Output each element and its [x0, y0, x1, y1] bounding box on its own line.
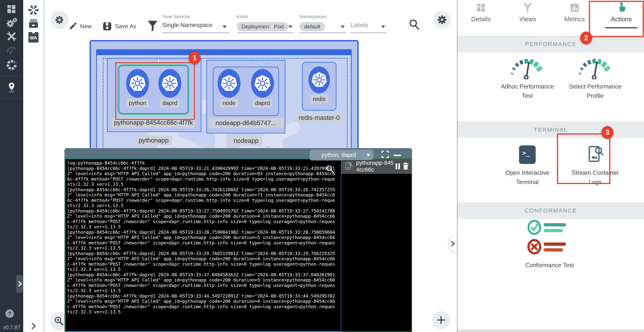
chevron-down-icon	[366, 154, 370, 156]
filter-funnel-icon	[147, 20, 158, 32]
views-branch-icon	[523, 2, 532, 12]
pod-name-label: nodeapp-d64b5747...	[208, 118, 284, 128]
action-label: Open Interactive Terminal	[498, 168, 557, 187]
action-open-interactive-terminal[interactable]: >_ Open Interactive Terminal	[498, 145, 557, 190]
node-box-titlebar	[97, 50, 351, 55]
sidebar-item-conformance[interactable]	[6, 59, 18, 71]
settings-button[interactable]	[433, 11, 451, 29]
action-label: Adhoc Performance Test	[498, 82, 557, 100]
strip-expand-chevron[interactable]	[30, 322, 37, 330]
details-grid-icon	[476, 3, 486, 12]
search-button[interactable]	[408, 18, 420, 30]
trash-icon[interactable]	[402, 162, 409, 170]
tools-icon	[6, 31, 17, 42]
annotation-rect-1	[115, 62, 195, 120]
fullscreen-icon[interactable]	[381, 150, 389, 158]
kinds-dropdown[interactable]: Deployment Pod	[237, 22, 294, 32]
view-selector-dropdown[interactable]: Single Namespace	[162, 22, 230, 32]
save-as-button[interactable]: Save As	[102, 20, 136, 32]
terminal-container-selector[interactable]: python, daprd	[310, 150, 373, 161]
tab-views[interactable]: Views	[504, 0, 551, 36]
wasm-button[interactable]: WA	[28, 32, 38, 42]
new-button[interactable]: New	[68, 20, 92, 32]
sidebar-item-dashboard[interactable]	[6, 3, 18, 15]
help-button[interactable]: ?	[6, 309, 14, 318]
terminal-prompt-icon: >_	[519, 145, 536, 164]
panel-collapse-handle[interactable]	[449, 235, 457, 253]
container-label: redis	[310, 94, 328, 103]
action-conformance-test[interactable]: Conformance Test	[520, 220, 578, 270]
kinds-underline	[237, 32, 294, 33]
section-header-performance: PERFORMANCE	[458, 36, 644, 52]
terminal-log-pane[interactable]: log:pythonapp-8454cc66c-4f7fk [pythonapp…	[65, 159, 342, 332]
right-panel: Details Views Metrics Actions 2 PERFORMA…	[457, 0, 644, 332]
annotation-rect-3	[557, 133, 610, 184]
tab-views-label: Views	[504, 15, 551, 23]
log-header-line: log:pythonapp-8454cc66c-4f7fk	[67, 160, 335, 166]
mesh-flower-icon	[55, 15, 64, 24]
tab-details[interactable]: Details	[458, 0, 504, 36]
stream-tab-name: pythonapp-8454cc66c	[356, 160, 394, 173]
action-label: Select Performance Profile	[566, 82, 625, 100]
annotation-badge-3: 3	[602, 126, 614, 139]
container-node-icon[interactable]	[217, 68, 242, 98]
sidebar-item-settings[interactable]	[5, 17, 18, 29]
left-sidebar: ? v0.7.87	[0, 0, 23, 332]
sidebar-expand-handle[interactable]	[16, 275, 24, 293]
deployment-name-label: pythonapp	[135, 135, 172, 145]
components-button[interactable]	[28, 18, 38, 29]
sidebar-item-tools[interactable]	[6, 30, 18, 42]
filter-button[interactable]	[147, 20, 158, 32]
namespaces-dropdown[interactable]: default	[300, 22, 346, 32]
labels-placeholder: Labels	[350, 22, 368, 28]
performance-gauge-icon	[509, 56, 546, 79]
terminal-stream-pane: pythonapp-8454cc66c	[342, 159, 412, 332]
conformance-checklist-icon	[527, 220, 572, 256]
mesh-menu-button[interactable]	[50, 11, 68, 29]
log-file-icon	[344, 162, 354, 171]
log-entry: [pythonapp-8454cc66c-4f7fk:daprd] 2024-0…	[67, 166, 335, 187]
dashboard-grid-icon	[6, 4, 17, 14]
labels-dropdown[interactable]: Labels	[350, 22, 386, 32]
sidebar-divider	[0, 76, 23, 77]
annotation-rect-2	[589, 1, 644, 37]
container-daprd2-icon[interactable]	[250, 68, 275, 98]
view-selector-underline	[162, 32, 230, 33]
plus-icon	[436, 316, 446, 325]
container-label: node	[220, 99, 238, 107]
action-select-performance-profile[interactable]: Select Performance Profile	[566, 56, 625, 104]
terminal-body: log:pythonapp-8454cc66c-4f7fk [pythonapp…	[64, 158, 412, 332]
sidebar-divider	[0, 98, 23, 99]
namespace-chip-default[interactable]: default	[300, 22, 325, 31]
chevron-down-icon	[340, 25, 345, 28]
search-icon	[408, 18, 420, 30]
log-entry: [pythonapp-8454cc66c-4f7fk:daprd] 2024-0…	[67, 187, 335, 208]
chevron-right-icon	[450, 240, 456, 247]
section-header-conformance: CONFORMANCE	[458, 202, 644, 219]
sidebar-item-location[interactable]	[6, 81, 18, 93]
stream-tab[interactable]: pythonapp-8454cc66c	[342, 159, 412, 174]
location-pin-icon	[6, 82, 17, 93]
annotation-badge-1: 1	[188, 51, 200, 64]
version-label: v0.7.87	[3, 325, 20, 331]
kind-chip-pod[interactable]: Pod	[269, 22, 288, 31]
terminal-container-selector-value: python, daprd	[322, 152, 356, 158]
annotation-badge-2: 2	[580, 31, 592, 44]
terminal-window: python, daprd log:pythonapp-8454cc66c-4f…	[64, 148, 412, 332]
wasm-notch	[32, 32, 35, 34]
pause-icon[interactable]	[395, 163, 400, 170]
container-redis-icon[interactable]	[308, 66, 331, 94]
add-button[interactable]	[432, 311, 450, 329]
section-header-terminal: TERMINAL	[458, 121, 644, 138]
container-label: daprd	[253, 99, 272, 107]
dapr-logo-button[interactable]	[28, 5, 38, 15]
log-entry: [pythonapp-8454cc66c-4f7fk:daprd] 2024-0…	[67, 251, 335, 272]
labels-underline	[350, 32, 386, 33]
log-entry: [pythonapp-8454cc66c-4f7fk:daprd] 2024-0…	[67, 272, 335, 294]
sidebar-item-performance[interactable]	[6, 44, 18, 55]
wa-label: WA	[30, 35, 37, 41]
action-adhoc-performance-test[interactable]: Adhoc Performance Test	[498, 56, 557, 104]
namespaces-label: Namespaces	[300, 14, 326, 19]
log-entry: [pythonapp-8454cc66c-4f7fk:daprd] 2024-0…	[67, 208, 335, 230]
minimize-icon[interactable]	[394, 155, 401, 156]
